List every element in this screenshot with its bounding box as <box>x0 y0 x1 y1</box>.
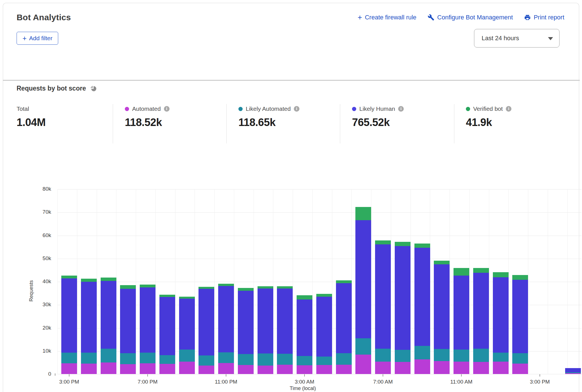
configure-bot-management-link[interactable]: Configure Bot Management <box>428 14 513 21</box>
segment-automated <box>297 365 312 374</box>
segment-verified-bot <box>120 285 136 289</box>
bar-4-00-am[interactable] <box>316 294 332 374</box>
bar-6-00-pm[interactable] <box>120 285 136 374</box>
x-tick-mark <box>304 374 305 377</box>
x-tick-label: 11:00 AM <box>445 379 478 385</box>
y-tick-label: 20k <box>34 325 51 331</box>
x-tick-mark <box>461 374 462 377</box>
stat-label: Verified bot <box>473 105 503 112</box>
add-filter-button[interactable]: + Add filter <box>17 32 58 45</box>
segment-likely-automated <box>120 353 136 364</box>
legend-dot <box>125 107 129 111</box>
segment-likely-automated <box>454 350 469 362</box>
bar-1-00-pm[interactable] <box>493 272 509 374</box>
x-tick-mark <box>383 374 383 377</box>
bar-7-00-pm[interactable] <box>140 285 155 374</box>
segment-automated <box>434 361 450 374</box>
x-tick-label: 11:00 PM <box>209 379 243 385</box>
bar-11-00-am[interactable] <box>454 268 469 374</box>
plus-icon: + <box>358 15 362 20</box>
segment-automated <box>493 362 509 374</box>
info-icon[interactable]: i <box>164 106 170 112</box>
segment-likely-automated <box>493 353 509 362</box>
segment-automated <box>159 364 175 374</box>
segment-likely-automated <box>140 353 155 364</box>
bar-1-00-am[interactable] <box>258 286 273 374</box>
bar-10-00-pm[interactable] <box>198 287 214 374</box>
stat-value: 118.52k <box>125 116 226 129</box>
header-actions: +Create firewall ruleConfigure Bot Manag… <box>358 14 564 21</box>
stat-total: Total1.04M <box>3 104 113 143</box>
bar-7-00-am[interactable] <box>375 240 391 374</box>
segment-automated <box>414 359 430 374</box>
segment-likely-human <box>140 287 155 352</box>
bar-12-00-pm[interactable] <box>473 268 489 374</box>
bar-4-00-pm[interactable] <box>81 279 97 374</box>
gridline-v <box>57 189 58 374</box>
segment-automated <box>473 362 489 374</box>
segment-likely-automated <box>198 355 214 365</box>
segment-likely-human <box>565 368 581 372</box>
segment-likely-automated <box>179 350 195 362</box>
info-icon[interactable]: i <box>506 106 511 112</box>
stat-verified-bot: Verified boti41.9k <box>454 104 579 143</box>
bar-3-00-pm[interactable] <box>61 276 77 374</box>
segment-likely-human <box>120 289 136 353</box>
segment-likely-automated <box>336 353 352 365</box>
segment-likely-human <box>81 282 97 353</box>
bar-3-00-am[interactable] <box>297 295 312 374</box>
bar-3-00-pm-partial[interactable] <box>565 368 581 374</box>
bar-2-00-am[interactable] <box>277 286 293 374</box>
segment-likely-human <box>454 276 469 350</box>
segment-automated <box>316 365 332 374</box>
segment-likely-human <box>159 297 175 355</box>
action-label: Create firewall rule <box>365 14 416 21</box>
stats-row: Total1.04MAutomatedi118.52kLikely Automa… <box>3 104 579 143</box>
printer-icon <box>524 14 531 21</box>
time-range-select[interactable]: Last 24 hours <box>474 29 560 48</box>
segment-likely-automated <box>434 349 450 361</box>
segment-verified-bot <box>218 284 234 286</box>
info-icon[interactable]: i <box>398 106 404 112</box>
y-tick-label: 30k <box>34 301 51 308</box>
segment-automated <box>395 362 410 374</box>
segment-likely-human <box>355 220 371 338</box>
bar-9-00-pm[interactable] <box>179 297 195 374</box>
segment-verified-bot <box>140 285 155 288</box>
bar-11-00-pm[interactable] <box>218 284 234 374</box>
page-title: Bot Analytics <box>17 13 71 22</box>
bar-2-00-pm[interactable] <box>512 275 528 374</box>
card-header: Bot Analytics +Create firewall ruleConfi… <box>3 3 579 59</box>
stat-label: Likely Automated <box>246 105 291 112</box>
segment-likely-automated <box>258 353 273 366</box>
y-axis-title: Requests <box>28 280 34 301</box>
segment-likely-human <box>218 286 234 352</box>
pie-chart-icon <box>90 85 97 92</box>
segment-automated <box>454 362 469 374</box>
bar-8-00-pm[interactable] <box>159 295 175 374</box>
stat-likely-human: Likely Humani765.52k <box>340 104 454 143</box>
y-tick-label: 40k <box>34 278 51 285</box>
bar-5-00-am[interactable] <box>336 280 352 374</box>
bar-8-00-am[interactable] <box>395 242 410 374</box>
bar-10-00-am[interactable] <box>434 261 450 374</box>
segment-likely-automated <box>414 346 430 359</box>
bar-12-00-am[interactable] <box>238 288 254 374</box>
gridline-v <box>548 189 548 374</box>
print-report-link[interactable]: Print report <box>524 14 564 21</box>
bar-6-00-am[interactable] <box>355 207 371 374</box>
bar-9-00-am[interactable] <box>414 244 430 374</box>
bar-5-00-pm[interactable] <box>101 278 116 374</box>
segment-verified-bot <box>395 242 410 246</box>
segment-verified-bot <box>493 272 509 277</box>
segment-automated <box>81 364 97 374</box>
y-tick-label: 70k <box>34 209 51 215</box>
info-icon[interactable]: i <box>294 106 299 112</box>
stat-label: Automated <box>132 105 161 112</box>
segment-verified-bot <box>375 240 391 245</box>
create-firewall-rule-link[interactable]: +Create firewall rule <box>358 14 416 21</box>
time-range-value: Last 24 hours <box>482 35 519 42</box>
segment-verified-bot <box>159 295 175 297</box>
segment-automated <box>179 362 195 374</box>
segment-automated <box>355 355 371 374</box>
